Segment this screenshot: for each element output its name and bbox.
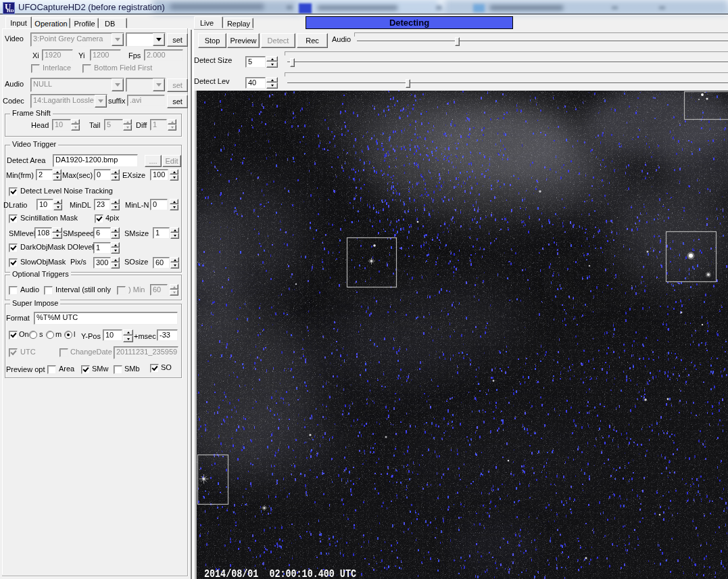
svg-text:2014/08/01 02:00:10.400 UTC: 2014/08/01 02:00:10.400 UTC [204,567,356,579]
